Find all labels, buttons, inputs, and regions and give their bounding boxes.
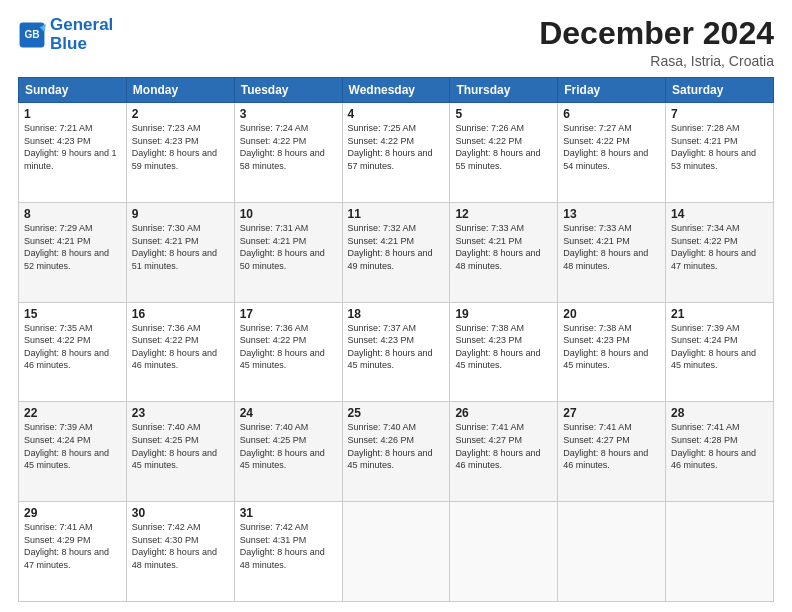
day-info: Sunrise: 7:41 AM Sunset: 4:27 PM Dayligh… xyxy=(563,421,660,471)
day-info: Sunrise: 7:25 AM Sunset: 4:22 PM Dayligh… xyxy=(348,122,445,172)
day-number: 6 xyxy=(563,107,660,121)
table-row: 24 Sunrise: 7:40 AM Sunset: 4:25 PM Dayl… xyxy=(234,402,342,502)
day-info: Sunrise: 7:30 AM Sunset: 4:21 PM Dayligh… xyxy=(132,222,229,272)
logo-icon: GB xyxy=(18,21,46,49)
table-row: 12 Sunrise: 7:33 AM Sunset: 4:21 PM Dayl… xyxy=(450,202,558,302)
day-info: Sunrise: 7:32 AM Sunset: 4:21 PM Dayligh… xyxy=(348,222,445,272)
day-info: Sunrise: 7:38 AM Sunset: 4:23 PM Dayligh… xyxy=(455,322,552,372)
calendar-row: 1 Sunrise: 7:21 AM Sunset: 4:23 PM Dayli… xyxy=(19,103,774,203)
day-number: 27 xyxy=(563,406,660,420)
table-row: 16 Sunrise: 7:36 AM Sunset: 4:22 PM Dayl… xyxy=(126,302,234,402)
day-number: 10 xyxy=(240,207,337,221)
table-row: 13 Sunrise: 7:33 AM Sunset: 4:21 PM Dayl… xyxy=(558,202,666,302)
table-row: 14 Sunrise: 7:34 AM Sunset: 4:22 PM Dayl… xyxy=(666,202,774,302)
col-monday: Monday xyxy=(126,78,234,103)
calendar-row: 15 Sunrise: 7:35 AM Sunset: 4:22 PM Dayl… xyxy=(19,302,774,402)
col-tuesday: Tuesday xyxy=(234,78,342,103)
table-row: 11 Sunrise: 7:32 AM Sunset: 4:21 PM Dayl… xyxy=(342,202,450,302)
day-number: 31 xyxy=(240,506,337,520)
header: GB General Blue December 2024 Rasa, Istr… xyxy=(18,16,774,69)
day-number: 21 xyxy=(671,307,768,321)
table-row: 3 Sunrise: 7:24 AM Sunset: 4:22 PM Dayli… xyxy=(234,103,342,203)
table-row: 2 Sunrise: 7:23 AM Sunset: 4:23 PM Dayli… xyxy=(126,103,234,203)
logo-line2: Blue xyxy=(50,34,87,53)
day-number: 12 xyxy=(455,207,552,221)
col-wednesday: Wednesday xyxy=(342,78,450,103)
col-friday: Friday xyxy=(558,78,666,103)
day-number: 13 xyxy=(563,207,660,221)
day-info: Sunrise: 7:24 AM Sunset: 4:22 PM Dayligh… xyxy=(240,122,337,172)
day-number: 4 xyxy=(348,107,445,121)
day-info: Sunrise: 7:39 AM Sunset: 4:24 PM Dayligh… xyxy=(24,421,121,471)
table-row: 9 Sunrise: 7:30 AM Sunset: 4:21 PM Dayli… xyxy=(126,202,234,302)
day-info: Sunrise: 7:23 AM Sunset: 4:23 PM Dayligh… xyxy=(132,122,229,172)
logo-line1: General xyxy=(50,15,113,34)
calendar-row: 29 Sunrise: 7:41 AM Sunset: 4:29 PM Dayl… xyxy=(19,502,774,602)
table-row: 29 Sunrise: 7:41 AM Sunset: 4:29 PM Dayl… xyxy=(19,502,127,602)
table-row: 19 Sunrise: 7:38 AM Sunset: 4:23 PM Dayl… xyxy=(450,302,558,402)
day-info: Sunrise: 7:40 AM Sunset: 4:26 PM Dayligh… xyxy=(348,421,445,471)
day-info: Sunrise: 7:40 AM Sunset: 4:25 PM Dayligh… xyxy=(132,421,229,471)
day-info: Sunrise: 7:27 AM Sunset: 4:22 PM Dayligh… xyxy=(563,122,660,172)
day-number: 3 xyxy=(240,107,337,121)
day-number: 20 xyxy=(563,307,660,321)
table-row: 5 Sunrise: 7:26 AM Sunset: 4:22 PM Dayli… xyxy=(450,103,558,203)
day-number: 23 xyxy=(132,406,229,420)
table-row: 10 Sunrise: 7:31 AM Sunset: 4:21 PM Dayl… xyxy=(234,202,342,302)
day-number: 22 xyxy=(24,406,121,420)
day-info: Sunrise: 7:34 AM Sunset: 4:22 PM Dayligh… xyxy=(671,222,768,272)
day-info: Sunrise: 7:36 AM Sunset: 4:22 PM Dayligh… xyxy=(132,322,229,372)
day-info: Sunrise: 7:42 AM Sunset: 4:31 PM Dayligh… xyxy=(240,521,337,571)
calendar-row: 22 Sunrise: 7:39 AM Sunset: 4:24 PM Dayl… xyxy=(19,402,774,502)
day-info: Sunrise: 7:36 AM Sunset: 4:22 PM Dayligh… xyxy=(240,322,337,372)
table-row: 25 Sunrise: 7:40 AM Sunset: 4:26 PM Dayl… xyxy=(342,402,450,502)
month-title: December 2024 xyxy=(539,16,774,51)
table-row: 15 Sunrise: 7:35 AM Sunset: 4:22 PM Dayl… xyxy=(19,302,127,402)
table-row: 4 Sunrise: 7:25 AM Sunset: 4:22 PM Dayli… xyxy=(342,103,450,203)
day-number: 18 xyxy=(348,307,445,321)
table-row: 23 Sunrise: 7:40 AM Sunset: 4:25 PM Dayl… xyxy=(126,402,234,502)
col-saturday: Saturday xyxy=(666,78,774,103)
day-number: 17 xyxy=(240,307,337,321)
day-info: Sunrise: 7:33 AM Sunset: 4:21 PM Dayligh… xyxy=(563,222,660,272)
table-row: 27 Sunrise: 7:41 AM Sunset: 4:27 PM Dayl… xyxy=(558,402,666,502)
day-info: Sunrise: 7:33 AM Sunset: 4:21 PM Dayligh… xyxy=(455,222,552,272)
table-row: 21 Sunrise: 7:39 AM Sunset: 4:24 PM Dayl… xyxy=(666,302,774,402)
calendar-row: 8 Sunrise: 7:29 AM Sunset: 4:21 PM Dayli… xyxy=(19,202,774,302)
day-info: Sunrise: 7:39 AM Sunset: 4:24 PM Dayligh… xyxy=(671,322,768,372)
table-row: 31 Sunrise: 7:42 AM Sunset: 4:31 PM Dayl… xyxy=(234,502,342,602)
day-number: 8 xyxy=(24,207,121,221)
day-number: 29 xyxy=(24,506,121,520)
day-number: 5 xyxy=(455,107,552,121)
table-row: 1 Sunrise: 7:21 AM Sunset: 4:23 PM Dayli… xyxy=(19,103,127,203)
table-row xyxy=(342,502,450,602)
col-sunday: Sunday xyxy=(19,78,127,103)
table-row xyxy=(450,502,558,602)
header-row: Sunday Monday Tuesday Wednesday Thursday… xyxy=(19,78,774,103)
page: GB General Blue December 2024 Rasa, Istr… xyxy=(0,0,792,612)
table-row: 7 Sunrise: 7:28 AM Sunset: 4:21 PM Dayli… xyxy=(666,103,774,203)
day-info: Sunrise: 7:35 AM Sunset: 4:22 PM Dayligh… xyxy=(24,322,121,372)
day-number: 1 xyxy=(24,107,121,121)
day-number: 28 xyxy=(671,406,768,420)
day-number: 25 xyxy=(348,406,445,420)
day-info: Sunrise: 7:26 AM Sunset: 4:22 PM Dayligh… xyxy=(455,122,552,172)
day-info: Sunrise: 7:37 AM Sunset: 4:23 PM Dayligh… xyxy=(348,322,445,372)
day-number: 7 xyxy=(671,107,768,121)
subtitle: Rasa, Istria, Croatia xyxy=(539,53,774,69)
table-row: 6 Sunrise: 7:27 AM Sunset: 4:22 PM Dayli… xyxy=(558,103,666,203)
day-info: Sunrise: 7:21 AM Sunset: 4:23 PM Dayligh… xyxy=(24,122,121,172)
day-number: 15 xyxy=(24,307,121,321)
day-info: Sunrise: 7:42 AM Sunset: 4:30 PM Dayligh… xyxy=(132,521,229,571)
table-row: 17 Sunrise: 7:36 AM Sunset: 4:22 PM Dayl… xyxy=(234,302,342,402)
day-info: Sunrise: 7:41 AM Sunset: 4:29 PM Dayligh… xyxy=(24,521,121,571)
day-info: Sunrise: 7:29 AM Sunset: 4:21 PM Dayligh… xyxy=(24,222,121,272)
title-block: December 2024 Rasa, Istria, Croatia xyxy=(539,16,774,69)
col-thursday: Thursday xyxy=(450,78,558,103)
day-info: Sunrise: 7:40 AM Sunset: 4:25 PM Dayligh… xyxy=(240,421,337,471)
day-number: 24 xyxy=(240,406,337,420)
table-row: 22 Sunrise: 7:39 AM Sunset: 4:24 PM Dayl… xyxy=(19,402,127,502)
day-info: Sunrise: 7:28 AM Sunset: 4:21 PM Dayligh… xyxy=(671,122,768,172)
day-number: 2 xyxy=(132,107,229,121)
table-row xyxy=(666,502,774,602)
